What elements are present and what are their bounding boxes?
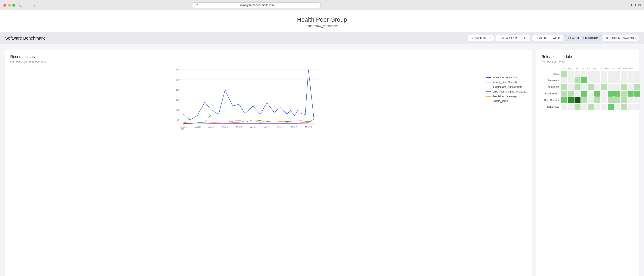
svg-text:100: 100 — [176, 119, 180, 121]
heatmap-cell — [561, 84, 567, 90]
heatmap-cell — [581, 71, 587, 77]
month-oct: Oct — [598, 67, 604, 70]
heatmap-cell — [608, 91, 614, 97]
month-aug: Aug — [586, 67, 591, 70]
heatmap-cell — [628, 97, 634, 103]
row-label-transformers: transformers — [541, 92, 560, 95]
legend-label-transformers: huggingface_transformers — [492, 85, 522, 88]
month-mar: Mar — [628, 67, 634, 70]
heatmap-cell — [568, 77, 574, 83]
heatmap-cell — [614, 97, 620, 103]
heatmap-cell — [601, 71, 607, 77]
heatmap-cell — [621, 91, 627, 97]
heatmap-cell — [628, 91, 634, 97]
heatmap-cell — [594, 104, 600, 110]
row-label-keras: keras — [541, 72, 560, 75]
sentiment-analysis-button[interactable]: SENTIMENT ANALYSIS — [603, 35, 639, 41]
release-section: Release schedule Number per month Apr Ma… — [536, 49, 639, 276]
sidebar-toggle-button[interactable]: ⊟ — [18, 2, 24, 8]
svg-text:Mar 9: Mar 9 — [236, 126, 242, 128]
heatmap-row-mlagents: ml-agents — [541, 84, 634, 90]
url-text: www.githubbenchmark.com — [200, 4, 314, 7]
new-tab-button[interactable]: + — [634, 3, 636, 7]
legend-item-faceswap: deepfakes_faceswap — [486, 95, 527, 98]
heatmap-cell — [614, 91, 620, 97]
svg-text:Mar 3: Mar 3 — [208, 126, 214, 128]
heatmap-cell — [614, 104, 620, 110]
legend-label-keras: rstudio_keras — [492, 100, 508, 103]
heatmap-cell — [574, 77, 580, 83]
heatmap-cell — [594, 71, 600, 77]
heatmap-cell — [621, 84, 627, 90]
heatmap-cell — [634, 71, 640, 77]
maximize-button[interactable] — [12, 4, 16, 7]
heatmap-cell — [588, 91, 594, 97]
main-content: Recent activity Number of commits over t… — [0, 44, 644, 276]
legend-line-keras — [486, 101, 491, 101]
month-nov: Nov — [604, 67, 610, 70]
address-bar[interactable]: 🛡 www.githubbenchmark.com ↻ — [192, 2, 320, 8]
heatmap-cell — [588, 104, 594, 110]
svg-text:200: 200 — [176, 108, 180, 111]
month-jun: Jun — [574, 67, 579, 70]
month-dec: Dec — [610, 67, 616, 70]
svg-text:Feb 28: Feb 28 — [194, 126, 201, 128]
chart-section: Recent activity Number of commits over t… — [5, 49, 532, 276]
heatmap-cell — [574, 71, 580, 77]
release-title: Release schedule — [541, 55, 634, 59]
heatmap-cell — [594, 77, 600, 83]
heatmap-cell — [568, 84, 574, 90]
month-may: May — [568, 67, 573, 70]
health-isolated-button[interactable]: HEALTH ISOLATED — [532, 35, 564, 41]
legend-label-faceswap: deepfakes_faceswap — [492, 95, 516, 98]
traffic-lights — [4, 4, 16, 7]
heatmap-cell — [574, 91, 580, 97]
heatmap-row-transformers: transformers — [541, 91, 634, 97]
forward-button[interactable]: › — [32, 3, 36, 8]
similarity-results-button[interactable]: SIMILARITY RESULTS — [496, 35, 530, 41]
row-label-deepspeech: DeepSpeech — [541, 99, 560, 102]
legend-item-tensorflow: tensorflow_tensorflow — [486, 76, 527, 79]
browser-chrome: ⊟ ‹ › 🛡 www.githubbenchmark.com ↻ ⬆ + ⧉ — [0, 0, 644, 10]
heatmap-cell — [568, 71, 574, 77]
tabs-button[interactable]: ⧉ — [638, 3, 640, 7]
heatmap-cell — [614, 77, 620, 83]
legend-line-transformers — [486, 87, 491, 87]
heatmap-cell — [568, 104, 574, 110]
chart-container: 600 500 400 300 200 100 Feb 25 2021 Feb … — [10, 67, 527, 132]
row-label-faceswap: faceswap — [541, 79, 560, 82]
heatmap-cell — [581, 84, 587, 90]
minimize-button[interactable] — [8, 4, 11, 7]
heatmap-cell — [614, 71, 620, 77]
heatmap-cell — [601, 91, 607, 97]
back-button[interactable]: ‹ — [26, 3, 30, 8]
heatmap-cell — [601, 77, 607, 83]
legend-label-mlagents: Unity-Technologies_ml-agents — [492, 90, 527, 93]
heatmap-cell — [634, 91, 640, 97]
heatmap-cell — [568, 97, 574, 103]
svg-text:Mar 24: Mar 24 — [305, 126, 312, 128]
svg-text:Mar 6: Mar 6 — [222, 126, 228, 128]
close-button[interactable] — [4, 4, 6, 7]
line-chart: 600 500 400 300 200 100 Feb 25 2021 Feb … — [10, 67, 480, 132]
nav-bar: Software Benchmark SEARCH REPO SIMILARIT… — [0, 32, 644, 44]
reload-button[interactable]: ↻ — [315, 4, 318, 7]
heatmap-row-faceswap: faceswap — [541, 77, 634, 83]
legend-label-tensorflow: tensorflow_tensorflow — [492, 76, 517, 79]
heatmap-cell — [621, 71, 627, 77]
search-repo-button[interactable]: SEARCH REPO — [468, 35, 494, 41]
heatmap-cell — [588, 84, 594, 90]
heatmap-cell — [634, 77, 640, 83]
heatmap-cell — [581, 77, 587, 83]
share-button[interactable]: ⬆ — [630, 3, 633, 7]
heatmap-cell — [601, 84, 607, 90]
heatmap-months: Apr May Jun Jul Aug Sep Oct Nov Dec Jan … — [541, 67, 634, 70]
heatmap-row-keras: keras — [541, 71, 634, 77]
month-jul: Jul — [580, 67, 585, 70]
svg-text:300: 300 — [176, 98, 180, 101]
health-peer-group-button[interactable]: HEALTH PEER GROUP — [565, 35, 601, 41]
legend-line-deepspeech — [486, 82, 491, 82]
heatmap-cell — [588, 71, 594, 77]
heatmap-cell — [634, 84, 640, 90]
page-subtitle: tensorflow_tensorflow — [4, 24, 640, 28]
